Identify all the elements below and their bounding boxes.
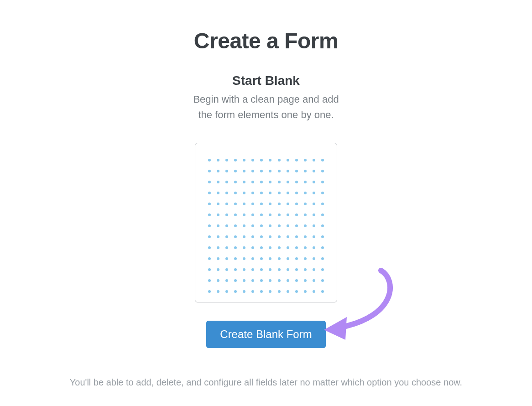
- dot-grid-row: [208, 257, 324, 260]
- blank-form-preview-card: [195, 143, 337, 302]
- start-blank-description: Begin with a clean page and add the form…: [0, 92, 532, 123]
- description-line-1: Begin with a clean page and add: [193, 94, 339, 105]
- blank-form-preview: [0, 143, 532, 302]
- dot-grid-row: [208, 246, 324, 249]
- dot-grid-row: [208, 279, 324, 282]
- dot-grid-row: [208, 235, 324, 238]
- create-blank-form-button[interactable]: Create Blank Form: [206, 321, 325, 348]
- description-line-2: the form elements one by one.: [198, 109, 334, 120]
- dot-grid-row: [208, 203, 324, 205]
- dot-grid-row: [208, 159, 324, 161]
- dot-grid-row: [208, 170, 324, 172]
- page-title: Create a Form: [0, 28, 532, 53]
- dot-grid-row: [208, 181, 324, 183]
- dot-grid-row: [208, 268, 324, 271]
- dot-grid-row: [208, 224, 324, 227]
- dot-grid-row: [208, 192, 324, 194]
- dot-grid-row: [208, 290, 324, 293]
- start-blank-heading: Start Blank: [0, 73, 532, 88]
- dot-grid-row: [208, 213, 324, 216]
- footer-note: You'll be able to add, delete, and confi…: [0, 377, 532, 388]
